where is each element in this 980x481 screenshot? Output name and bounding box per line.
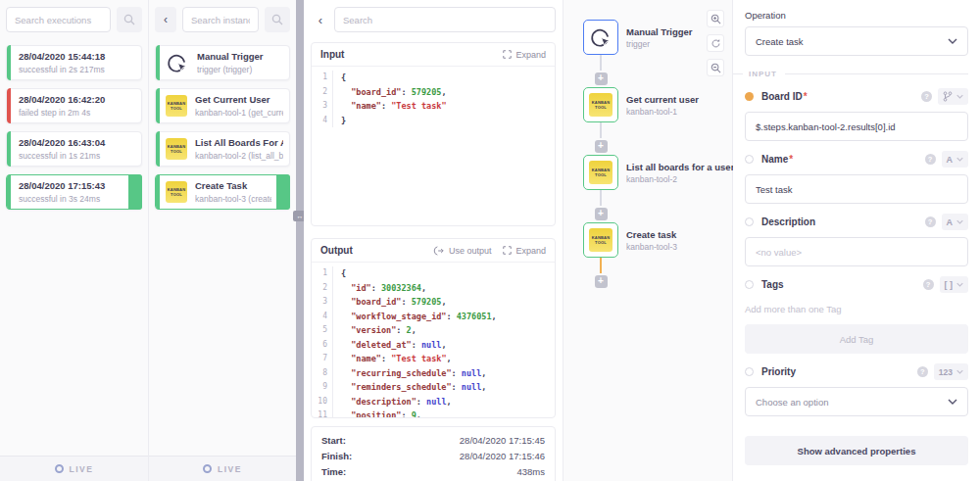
workflow-node[interactable]: KANBANTOOLCreate taskkanban-tool-3 (583, 222, 732, 258)
output-code-editor[interactable]: 1{2 "id": 30032364,3 "board_id": 579205,… (312, 263, 555, 418)
instance-step-item[interactable]: KANBANTOOLGet Current Userkanban-tool-1 … (155, 88, 290, 123)
code-line: 2 "board_id": 579205, (312, 85, 555, 100)
help-icon[interactable]: ? (925, 216, 936, 227)
instance-step-item[interactable]: KANBANTOOLCreate Taskkanban-tool-3 (crea… (155, 174, 290, 210)
field-input-board-id[interactable] (745, 112, 968, 141)
input-section-label: INPUT (749, 70, 777, 78)
selected-indicator (128, 174, 142, 210)
input-expand-button[interactable]: Expand (503, 50, 546, 60)
field-type-selector[interactable]: 123 (934, 363, 968, 380)
instance-live-toggle[interactable]: LIVE (149, 456, 296, 481)
field-input-name[interactable] (745, 174, 968, 204)
field-type-selector[interactable]: [ ] (940, 276, 969, 293)
search-executions-button[interactable] (117, 7, 142, 32)
execution-status-text: failed step in 2m 4s (19, 108, 133, 118)
show-advanced-button[interactable]: Show advanced properties (745, 436, 968, 465)
field-bullet-icon (745, 92, 754, 101)
zoom-in-button[interactable] (707, 10, 724, 27)
detail-search-input[interactable] (334, 7, 556, 32)
help-icon[interactable]: ? (917, 366, 928, 377)
search-instance-input[interactable] (182, 7, 259, 32)
field-type-selector[interactable] (938, 88, 968, 105)
manual-trigger-icon (166, 51, 189, 74)
code-line: 8 "recurring_schedule": null, (312, 366, 555, 381)
status-strip-icon (7, 174, 11, 210)
code-line: 2 "id": 30032364, (312, 281, 555, 296)
summary-time-row: Time: 438ms (321, 464, 545, 480)
field-bullet-icon (745, 367, 754, 376)
input-title: Input (320, 49, 491, 60)
field-type-selector[interactable]: A (942, 214, 969, 230)
reset-view-button[interactable] (707, 34, 724, 52)
add-tag-button[interactable]: Add Tag (745, 324, 968, 354)
zoom-out-button[interactable] (707, 59, 724, 76)
chevron-down-icon (948, 38, 957, 44)
line-number: 7 (312, 352, 333, 366)
add-step-button[interactable]: + (595, 140, 608, 153)
field-bullet-icon (745, 280, 754, 289)
workflow-canvas[interactable]: Manual Triggertrigger+KANBANTOOLGet curr… (564, 0, 733, 481)
instance-step-item[interactable]: KANBANTOOLList All Boards For A Userkanb… (155, 131, 290, 167)
help-icon[interactable]: ? (925, 154, 936, 165)
add-step-button[interactable]: + (595, 208, 608, 220)
execution-item[interactable]: 28/04/2020 16:43:04successful in 1s 21ms (6, 131, 142, 167)
workflow-node-subtitle: kanban-tool-2 (626, 174, 734, 184)
config-fields: Board ID*?Name*?ADescription?ATags?[ ]Ad… (745, 88, 968, 416)
add-step-button[interactable]: + (595, 72, 608, 85)
execution-summary: Start: 28/04/2020 17:15:45 Finish: 28/04… (311, 426, 556, 481)
code-line: 1{ (312, 266, 555, 281)
instance-step-text: Create Taskkanban-tool-3 (create_task) (195, 180, 271, 204)
execution-status-text: successful in 2s 217ms (19, 65, 133, 74)
line-number: 4 (312, 310, 333, 324)
connector-line (600, 55, 602, 71)
kanban-tool-icon: KANBANTOOL (589, 228, 612, 252)
code-line: 5 "version": 2, (312, 323, 555, 338)
instance-search-row: ‹ (149, 0, 296, 38)
panel-splitter[interactable]: ↔ (296, 0, 304, 481)
expand-icon (503, 50, 512, 59)
workflow-node[interactable]: KANBANTOOLGet current userkanban-tool-1 (583, 87, 732, 122)
operation-value: Create task (756, 36, 948, 47)
manual-trigger-icon (589, 25, 612, 49)
time-value: 438ms (516, 464, 545, 480)
required-asterisk: * (789, 154, 793, 165)
field-label: Priority (761, 366, 796, 377)
add-step-button[interactable]: + (595, 275, 608, 288)
collapse-panel-button[interactable]: ‹ (155, 7, 176, 32)
select-placeholder: Choose an option (756, 397, 948, 408)
code-content: "name": "Test task", (333, 352, 452, 366)
help-icon[interactable]: ? (921, 91, 932, 102)
help-icon[interactable]: ? (923, 279, 934, 290)
operation-select[interactable]: Create task (745, 26, 968, 56)
output-panel-header: Output Use output Expand (312, 239, 555, 263)
instance-step-item[interactable]: Manual Triggertrigger (trigger) (155, 45, 290, 80)
field-label: Tags (761, 279, 784, 290)
live-label: LIVE (70, 464, 94, 474)
execution-item[interactable]: 28/04/2020 17:15:43successful in 3s 24ms (6, 174, 142, 210)
kanban-tool-icon: KANBANTOOL (166, 95, 187, 117)
output-expand-button[interactable]: Expand (503, 246, 546, 256)
tags-input[interactable]: Add more than one Tag (745, 300, 968, 324)
workflow-connector: + (583, 258, 618, 290)
executions-live-toggle[interactable]: LIVE (0, 456, 148, 481)
step-detail-panel: ‹ Input Expand 1{2 "board_id": 579205,3 … (304, 0, 564, 481)
search-instance-button[interactable] (265, 7, 290, 32)
use-output-button[interactable]: Use output (433, 246, 492, 256)
field-input-description[interactable] (745, 237, 968, 266)
field-select-priority[interactable]: Choose an option (745, 387, 968, 416)
search-executions-input[interactable] (6, 7, 111, 32)
code-content: "workflow_stage_id": 4376051, (333, 310, 497, 324)
input-code-editor[interactable]: 1{2 "board_id": 579205,3 "name": "Test t… (312, 67, 555, 226)
time-label: Time: (321, 464, 346, 480)
field-type-selector[interactable]: A (942, 151, 969, 168)
execution-item[interactable]: 28/04/2020 16:42:20failed step in 2m 4s (6, 88, 142, 123)
instance-panel: ‹ Manual Triggertrigger (trigger)KANBANT… (149, 0, 296, 481)
connector-line (600, 190, 602, 206)
field-label: Board ID* (761, 91, 808, 102)
workflow-node-title: Manual Trigger (626, 26, 693, 37)
code-content: { (333, 71, 346, 85)
workflow-node[interactable]: KANBANTOOLList all boards for a userkanb… (583, 155, 732, 190)
back-button[interactable]: ‹ (313, 13, 328, 27)
status-strip-icon (156, 131, 160, 167)
execution-item[interactable]: 28/04/2020 15:44:18successful in 2s 217m… (6, 45, 142, 80)
